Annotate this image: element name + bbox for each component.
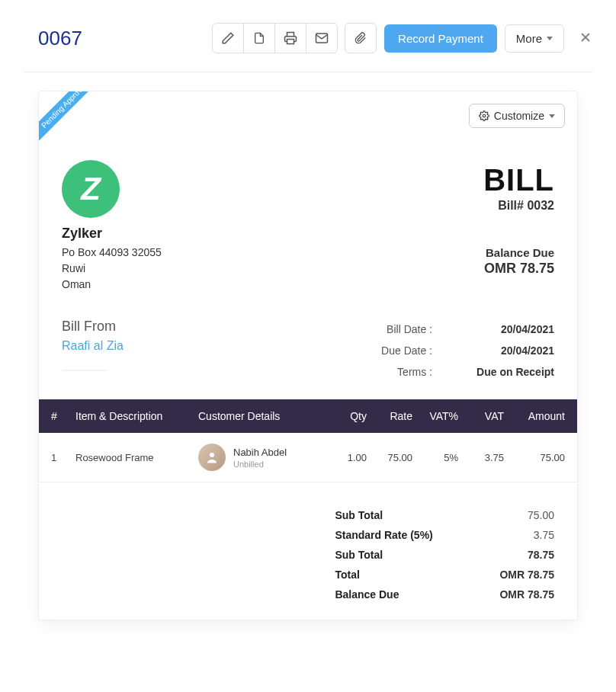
- balance-due-amount: OMR 78.75: [483, 261, 554, 277]
- logo-letter: Z: [81, 171, 101, 207]
- address-line-1: Po Box 44093 32055: [62, 245, 162, 261]
- print-button[interactable]: [274, 23, 306, 53]
- customize-label: Customize: [494, 110, 544, 122]
- customize-button[interactable]: Customize: [469, 104, 565, 128]
- more-label: More: [516, 32, 542, 45]
- standard-rate-row: Standard Rate (5%) 3.75: [258, 525, 554, 545]
- person-icon: [205, 450, 219, 464]
- cell-vat-percent: 5%: [412, 452, 458, 463]
- paperclip-icon: [355, 31, 367, 45]
- col-vat-percent: VAT%: [412, 410, 458, 422]
- company-name: Zylker: [62, 226, 162, 242]
- printer-icon: [284, 31, 297, 45]
- table-row: 1 Rosewood Frame Nabih Abdel Unbilled 1.…: [39, 433, 577, 482]
- subtotal-row-2: Sub Total 78.75: [258, 545, 554, 565]
- meta-rows: Bill Date : 20/04/2021 Due Date : 20/04/…: [352, 319, 554, 383]
- bill-number: Bill# 0032: [483, 199, 554, 213]
- more-button[interactable]: More: [505, 24, 564, 53]
- standard-rate-label: Standard Rate (5%): [335, 529, 432, 541]
- customer-text-block: Nabih Abdel Unbilled: [233, 447, 287, 469]
- avatar: [198, 444, 226, 471]
- balance-due-summary-value: OMR 78.75: [470, 588, 554, 601]
- subtotal-2-label: Sub Total: [335, 549, 383, 561]
- bill-date-row: Bill Date : 20/04/2021: [352, 319, 554, 340]
- email-button[interactable]: [306, 23, 338, 53]
- action-button-group: [212, 23, 338, 53]
- terms-row: Terms : Due on Receipt: [352, 361, 554, 383]
- top-section: Z Zylker Po Box 44093 32055 Ruwi Oman BI…: [62, 160, 554, 293]
- col-amount: Amount: [504, 410, 565, 422]
- terms-label: Terms :: [352, 366, 432, 378]
- address-line-2: Ruwi: [62, 261, 162, 277]
- caret-down-icon: [549, 114, 555, 118]
- balance-block: Balance Due OMR 78.75: [483, 246, 554, 277]
- line-items-table: # Item & Description Customer Details Qt…: [39, 399, 577, 482]
- col-vat: VAT: [458, 410, 504, 422]
- company-block: Z Zylker Po Box 44093 32055 Ruwi Oman: [62, 160, 162, 293]
- close-button[interactable]: [572, 28, 593, 48]
- toolbar: Record Payment More: [212, 23, 593, 53]
- due-date-row: Due Date : 20/04/2021: [352, 340, 554, 361]
- cell-rate: 75.00: [367, 452, 412, 463]
- bill-from-block: Bill From Raafi al Zia: [62, 319, 124, 383]
- due-date-value: 20/04/2021: [455, 344, 554, 357]
- bill-date-value: 20/04/2021: [455, 323, 554, 335]
- doc-number: 0067: [38, 27, 82, 50]
- subtotal-2-value: 78.75: [470, 549, 554, 561]
- bill-title: BILL: [483, 163, 554, 197]
- total-value: OMR 78.75: [470, 569, 554, 581]
- balance-due-summary-label: Balance Due: [335, 588, 399, 601]
- address-line-3: Oman: [62, 277, 162, 293]
- svg-rect-0: [287, 40, 294, 44]
- mid-section: Bill From Raafi al Zia Bill Date : 20/04…: [62, 319, 554, 383]
- gear-icon: [479, 111, 489, 121]
- bill-from-name[interactable]: Raafi al Zia: [62, 339, 124, 353]
- cell-customer: Nabih Abdel Unbilled: [198, 444, 321, 471]
- pdf-icon: [253, 31, 265, 45]
- standard-rate-value: 3.75: [470, 529, 554, 541]
- subtotal-label: Sub Total: [335, 509, 383, 521]
- total-row: Total OMR 78.75: [258, 565, 554, 585]
- pencil-icon: [221, 31, 235, 45]
- col-rate: Rate: [367, 410, 412, 422]
- bill-date-label: Bill Date :: [352, 323, 432, 335]
- col-qty: Qty: [321, 410, 367, 422]
- subtotal-row-1: Sub Total 75.00: [258, 505, 554, 525]
- mail-icon: [315, 31, 329, 45]
- cell-row-number: 1: [51, 452, 75, 463]
- balance-due-label: Balance Due: [483, 246, 554, 259]
- totals-block: Sub Total 75.00 Standard Rate (5%) 3.75 …: [258, 505, 554, 604]
- cell-description: Rosewood Frame: [75, 452, 198, 463]
- terms-value: Due on Receipt: [455, 366, 554, 378]
- bill-from-label: Bill From: [62, 319, 124, 335]
- header-bar: 0067 Record Payment More: [23, 15, 593, 72]
- col-customer: Customer Details: [198, 410, 321, 422]
- status-ribbon: Pending Approval: [38, 91, 114, 156]
- pdf-button[interactable]: [243, 23, 275, 53]
- bill-title-block: BILL Bill# 0032 Balance Due OMR 78.75: [483, 163, 554, 293]
- attach-button[interactable]: [345, 23, 377, 53]
- edit-button[interactable]: [212, 23, 244, 53]
- section-divider: [62, 367, 107, 371]
- customer-name: Nabih Abdel: [233, 447, 287, 458]
- cell-vat: 3.75: [458, 452, 504, 463]
- svg-point-4: [483, 114, 486, 117]
- svg-point-5: [210, 453, 214, 457]
- cell-qty: 1.00: [321, 452, 367, 463]
- col-desc: Item & Description: [75, 410, 198, 422]
- caret-down-icon: [547, 37, 553, 40]
- customer-status: Unbilled: [233, 460, 287, 469]
- due-date-label: Due Date :: [352, 344, 432, 357]
- balance-due-row: Balance Due OMR 78.75: [258, 585, 554, 604]
- bill-card: Pending Approval Customize Z Zylker Po B…: [38, 91, 578, 620]
- total-label: Total: [335, 569, 359, 581]
- record-payment-button[interactable]: Record Payment: [384, 24, 497, 53]
- table-header: # Item & Description Customer Details Qt…: [39, 399, 577, 433]
- close-icon: [578, 30, 593, 45]
- company-logo: Z: [62, 160, 120, 218]
- cell-amount: 75.00: [504, 452, 565, 463]
- subtotal-value: 75.00: [470, 509, 554, 521]
- col-hash: #: [51, 410, 75, 422]
